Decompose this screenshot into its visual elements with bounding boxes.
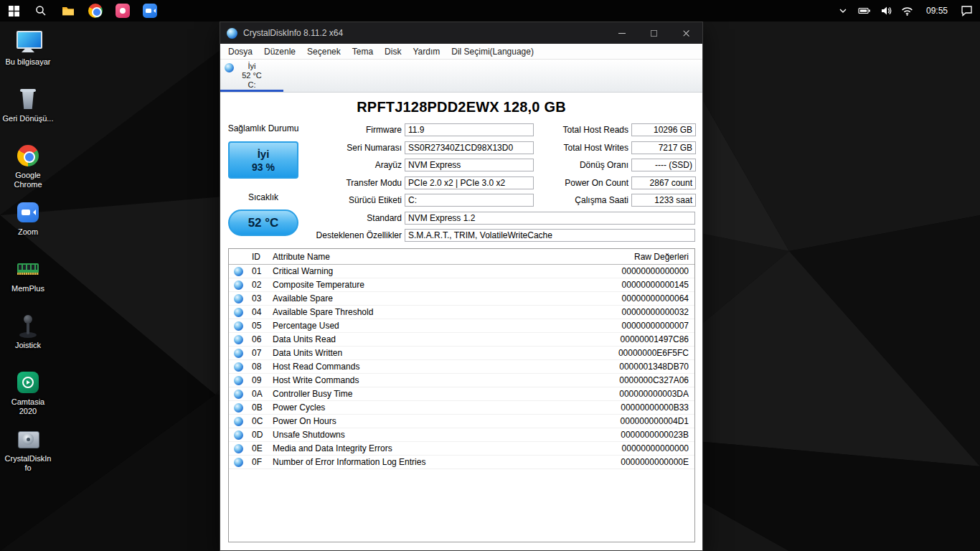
desktop-icon[interactable]: CrystalDiskIn fo	[1, 423, 55, 479]
info-field-value: PCIe 2.0 x2 | PCIe 3.0 x2	[405, 176, 534, 189]
smart-row-raw: 00000001497C86	[573, 334, 694, 344]
smart-row-name: Host Write Commands	[273, 375, 573, 385]
smart-header-name: Attribute Name	[273, 252, 573, 262]
info-field-label: Desteklenen Özellikler	[220, 230, 402, 240]
chrome-icon	[88, 4, 103, 18]
menu-item[interactable]: Tema	[347, 44, 379, 60]
file-explorer-button[interactable]	[55, 0, 82, 22]
smart-status-orb-icon	[234, 430, 243, 440]
smart-table: ID Attribute Name Raw Değerleri 01 Criti…	[228, 248, 695, 542]
info-field-value: 11.9	[405, 123, 534, 136]
disk-tab-c[interactable]: İyi 52 °C C:	[220, 60, 283, 92]
search-icon	[35, 5, 47, 17]
menu-item[interactable]: Düzenle	[258, 44, 301, 60]
smart-row: 08 Host Read Commands 0000001348DB70	[229, 360, 694, 374]
desktop-icon[interactable]: MemPlus	[1, 253, 55, 309]
desktop-icon[interactable]: Joistick	[1, 309, 55, 366]
disk-tab-drive: C:	[248, 80, 256, 90]
smart-row-id: 0F	[252, 457, 273, 467]
disk-health-orb-icon	[225, 63, 234, 72]
smart-status-orb-icon	[234, 321, 243, 331]
usage-field-row: Power On Count 2867 count	[534, 174, 696, 192]
smart-status-orb-icon	[234, 349, 243, 358]
menu-item[interactable]: Dosya	[222, 44, 258, 60]
close-button[interactable]	[670, 22, 702, 44]
maximize-button[interactable]	[638, 22, 670, 44]
taskbar-search-button[interactable]	[27, 0, 55, 22]
desktop-icon[interactable]: Geri Dönüşü...	[1, 83, 55, 139]
smart-row-id: 0E	[252, 443, 273, 453]
smart-row-raw: 0000001348DB70	[573, 362, 694, 372]
zoom-taskbar-button[interactable]	[136, 0, 164, 22]
desktop-icon[interactable]: Google Chrome	[1, 139, 55, 196]
smart-row-raw: 000000000004D1	[573, 416, 694, 426]
smart-row-id: 09	[252, 375, 273, 385]
chrome-taskbar-button[interactable]	[82, 0, 109, 22]
smart-status-orb-icon	[234, 403, 243, 413]
desktop-icon[interactable]: Zoom	[1, 196, 55, 253]
info-field-row: Desteklenen Özellikler S.M.A.R.T., TRIM,…	[220, 227, 695, 245]
smart-status-orb-icon	[234, 281, 243, 290]
usage-field-row: Total Host Reads 10296 GB	[534, 121, 696, 139]
usage-field-value: 10296 GB	[631, 123, 696, 136]
network-tray-button[interactable]	[897, 0, 918, 22]
smart-row: 01 Critical Warning 00000000000000	[229, 265, 694, 278]
window-titlebar[interactable]: CrystalDiskInfo 8.11.2 x64	[220, 22, 702, 44]
info-field-label: Sürücü Etiketi	[220, 195, 402, 205]
window-content: RPFTJ128PDD2EWX 128,0 GB Sağlamlık Durum…	[220, 93, 702, 550]
system-tray: 09:55	[832, 0, 980, 22]
desktop-icon-label: Bu bilgisayar	[6, 57, 51, 67]
smart-status-orb-icon	[234, 376, 243, 385]
smart-row-raw: 00000000000007	[573, 321, 694, 331]
selected-tab-underline	[220, 90, 283, 92]
smart-status-orb-icon	[234, 390, 243, 399]
hidden-icons-button[interactable]	[832, 0, 854, 22]
desktop-icon[interactable]: Camtasia 2020	[1, 366, 55, 423]
smart-row-raw: 0000000000000E	[573, 457, 694, 467]
menu-item[interactable]: Seçenek	[301, 44, 347, 60]
smart-row-id: 0D	[252, 430, 273, 440]
minimize-button[interactable]	[606, 22, 638, 44]
menu-item[interactable]: Disk	[379, 44, 407, 60]
smart-row-raw: 000000000003DA	[573, 389, 694, 399]
info-field-value: NVM Express	[405, 159, 534, 171]
smart-row: 0E Media and Data Integrity Errors 00000…	[229, 442, 694, 456]
smart-row-name: Controller Busy Time	[273, 389, 573, 399]
menu-item[interactable]: Dil Seçimi(Language)	[446, 44, 540, 60]
windows-logo-icon	[9, 6, 19, 17]
desktop-icons: Bu bilgisayar Geri Dönüşü... Google Chro…	[1, 26, 55, 479]
smart-row: 0A Controller Busy Time 000000000003DA	[229, 387, 694, 401]
window-title: CrystalDiskInfo 8.11.2 x64	[243, 28, 606, 38]
smart-row-id: 0B	[252, 402, 273, 413]
usage-field-value: 1233 saat	[631, 194, 696, 207]
desktop-icon-label: Google Chrome	[2, 171, 54, 189]
video-camera-app-icon	[143, 4, 157, 18]
smart-row-id: 0A	[252, 389, 273, 399]
desktop-icon-label: Geri Dönüşü...	[3, 114, 54, 123]
volume-tray-button[interactable]	[875, 0, 897, 22]
menu-item[interactable]: Yardım	[407, 44, 446, 60]
smart-row-name: Unsafe Shutdowns	[273, 430, 573, 440]
smart-row: 0B Power Cycles 00000000000B33	[229, 401, 694, 415]
smart-table-body: 01 Critical Warning 00000000000000 02 Co…	[229, 265, 694, 469]
info-field-value: SS0R27340Z1CD98X13D0	[405, 141, 534, 154]
desktop-icon-image	[14, 255, 42, 283]
battery-tray-button[interactable]	[854, 0, 875, 22]
start-button[interactable]	[0, 0, 27, 22]
smart-row-id: 01	[252, 266, 273, 276]
usage-field-row: Total Host Writes 7217 GB	[534, 139, 696, 157]
smart-row-raw: 00000000000B33	[573, 402, 694, 413]
smart-status-orb-icon	[234, 458, 243, 467]
usage-field-value: ---- (SSD)	[631, 159, 696, 171]
desktop-icon[interactable]: Bu bilgisayar	[1, 26, 55, 83]
pink-app-icon	[116, 4, 130, 18]
action-center-button[interactable]	[956, 0, 977, 22]
smart-status-orb-icon	[234, 362, 243, 372]
smart-row-raw: 00000000000145	[573, 280, 694, 290]
info-field-value: C:	[405, 194, 534, 207]
pink-app-taskbar-button[interactable]	[109, 0, 136, 22]
clock-tray[interactable]: 09:55	[918, 0, 956, 22]
desktop-icon-image	[14, 85, 42, 113]
smart-row-id: 05	[252, 321, 273, 331]
taskbar-left	[0, 0, 164, 22]
